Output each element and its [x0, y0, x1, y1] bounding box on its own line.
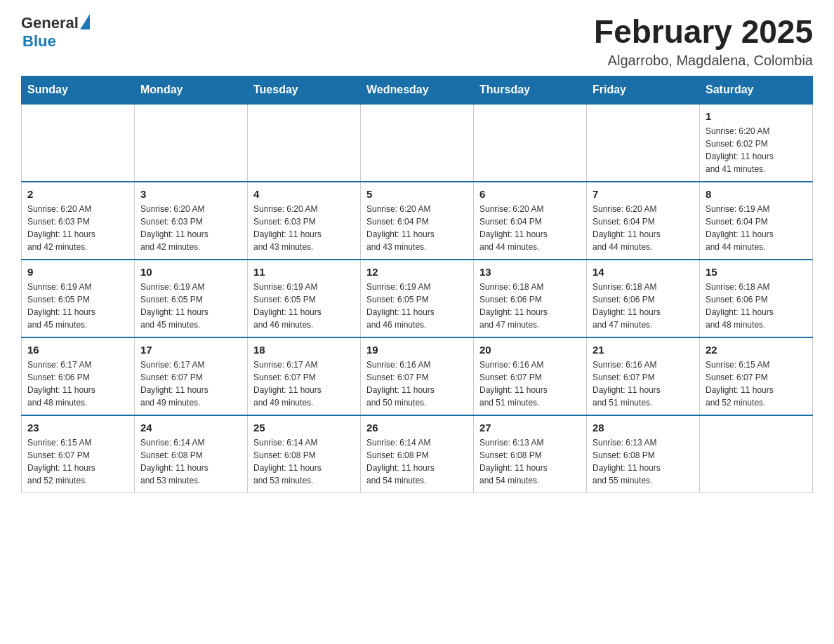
day-number: 13: [479, 266, 581, 278]
location-title: Algarrobo, Magdalena, Colombia: [594, 53, 813, 69]
table-row: 3Sunrise: 6:20 AM Sunset: 6:03 PM Daylig…: [135, 182, 248, 260]
month-title: February 2025: [594, 14, 813, 50]
table-row: 26Sunrise: 6:14 AM Sunset: 6:08 PM Dayli…: [361, 415, 474, 493]
day-info: Sunrise: 6:18 AM Sunset: 6:06 PM Dayligh…: [479, 281, 581, 331]
day-number: 11: [253, 266, 355, 278]
table-row: 2Sunrise: 6:20 AM Sunset: 6:03 PM Daylig…: [22, 182, 135, 260]
day-info: Sunrise: 6:14 AM Sunset: 6:08 PM Dayligh…: [140, 436, 241, 487]
table-row: 25Sunrise: 6:14 AM Sunset: 6:08 PM Dayli…: [248, 415, 361, 493]
table-row: [361, 104, 474, 182]
day-number: 15: [706, 266, 807, 278]
day-info: Sunrise: 6:20 AM Sunset: 6:03 PM Dayligh…: [27, 203, 128, 253]
day-info: Sunrise: 6:15 AM Sunset: 6:07 PM Dayligh…: [706, 358, 807, 409]
day-number: 16: [27, 344, 128, 356]
day-info: Sunrise: 6:19 AM Sunset: 6:05 PM Dayligh…: [253, 281, 355, 331]
week-row-1: 1Sunrise: 6:20 AM Sunset: 6:02 PM Daylig…: [22, 104, 813, 182]
day-info: Sunrise: 6:16 AM Sunset: 6:07 PM Dayligh…: [366, 358, 468, 409]
day-number: 4: [253, 188, 355, 200]
table-row: 18Sunrise: 6:17 AM Sunset: 6:07 PM Dayli…: [248, 337, 361, 415]
calendar-table: SundayMondayTuesdayWednesdayThursdayFrid…: [21, 76, 813, 493]
week-row-4: 16Sunrise: 6:17 AM Sunset: 6:06 PM Dayli…: [22, 337, 813, 415]
day-number: 19: [366, 344, 468, 356]
table-row: 10Sunrise: 6:19 AM Sunset: 6:05 PM Dayli…: [135, 260, 248, 337]
weekday-header-saturday: Saturday: [700, 76, 813, 104]
day-number: 5: [366, 188, 468, 200]
day-info: Sunrise: 6:20 AM Sunset: 6:03 PM Dayligh…: [253, 203, 355, 253]
day-number: 6: [479, 188, 581, 200]
day-number: 2: [27, 188, 128, 200]
table-row: 13Sunrise: 6:18 AM Sunset: 6:06 PM Dayli…: [474, 260, 587, 337]
logo: General Blue: [21, 14, 90, 51]
day-number: 8: [706, 188, 807, 200]
table-row: 9Sunrise: 6:19 AM Sunset: 6:05 PM Daylig…: [22, 260, 135, 337]
day-number: 23: [27, 422, 128, 434]
table-row: 23Sunrise: 6:15 AM Sunset: 6:07 PM Dayli…: [22, 415, 135, 493]
day-info: Sunrise: 6:13 AM Sunset: 6:08 PM Dayligh…: [593, 436, 694, 487]
day-number: 22: [706, 344, 807, 356]
day-info: Sunrise: 6:18 AM Sunset: 6:06 PM Dayligh…: [593, 281, 694, 331]
table-row: 16Sunrise: 6:17 AM Sunset: 6:06 PM Dayli…: [22, 337, 135, 415]
day-info: Sunrise: 6:17 AM Sunset: 6:07 PM Dayligh…: [140, 358, 241, 409]
day-info: Sunrise: 6:20 AM Sunset: 6:03 PM Dayligh…: [140, 203, 241, 253]
table-row: 17Sunrise: 6:17 AM Sunset: 6:07 PM Dayli…: [135, 337, 248, 415]
day-info: Sunrise: 6:13 AM Sunset: 6:08 PM Dayligh…: [479, 436, 581, 487]
table-row: 1Sunrise: 6:20 AM Sunset: 6:02 PM Daylig…: [700, 104, 813, 182]
day-number: 28: [593, 422, 694, 434]
day-info: Sunrise: 6:19 AM Sunset: 6:05 PM Dayligh…: [27, 281, 128, 331]
table-row: 14Sunrise: 6:18 AM Sunset: 6:06 PM Dayli…: [587, 260, 700, 337]
day-number: 26: [366, 422, 468, 434]
day-info: Sunrise: 6:20 AM Sunset: 6:04 PM Dayligh…: [593, 203, 694, 253]
day-info: Sunrise: 6:16 AM Sunset: 6:07 PM Dayligh…: [593, 358, 694, 409]
table-row: 24Sunrise: 6:14 AM Sunset: 6:08 PM Dayli…: [135, 415, 248, 493]
title-section: February 2025 Algarrobo, Magdalena, Colo…: [594, 14, 813, 69]
day-number: 25: [253, 422, 355, 434]
day-number: 7: [593, 188, 694, 200]
day-number: 18: [253, 344, 355, 356]
day-number: 17: [140, 344, 241, 356]
table-row: [22, 104, 135, 182]
table-row: 8Sunrise: 6:19 AM Sunset: 6:04 PM Daylig…: [700, 182, 813, 260]
day-info: Sunrise: 6:20 AM Sunset: 6:04 PM Dayligh…: [366, 203, 468, 253]
day-number: 1: [706, 110, 807, 122]
table-row: 22Sunrise: 6:15 AM Sunset: 6:07 PM Dayli…: [700, 337, 813, 415]
weekday-header-row: SundayMondayTuesdayWednesdayThursdayFrid…: [22, 76, 813, 104]
table-row: 4Sunrise: 6:20 AM Sunset: 6:03 PM Daylig…: [248, 182, 361, 260]
table-row: [474, 104, 587, 182]
day-number: 12: [366, 266, 468, 278]
logo-triangle-icon: [80, 14, 90, 29]
table-row: 6Sunrise: 6:20 AM Sunset: 6:04 PM Daylig…: [474, 182, 587, 260]
table-row: 12Sunrise: 6:19 AM Sunset: 6:05 PM Dayli…: [361, 260, 474, 337]
day-info: Sunrise: 6:14 AM Sunset: 6:08 PM Dayligh…: [253, 436, 355, 487]
day-info: Sunrise: 6:15 AM Sunset: 6:07 PM Dayligh…: [27, 436, 128, 487]
table-row: [700, 415, 813, 493]
day-info: Sunrise: 6:19 AM Sunset: 6:04 PM Dayligh…: [706, 203, 807, 253]
weekday-header-wednesday: Wednesday: [361, 76, 474, 104]
day-info: Sunrise: 6:17 AM Sunset: 6:07 PM Dayligh…: [253, 358, 355, 409]
day-info: Sunrise: 6:16 AM Sunset: 6:07 PM Dayligh…: [479, 358, 581, 409]
day-info: Sunrise: 6:19 AM Sunset: 6:05 PM Dayligh…: [140, 281, 241, 331]
weekday-header-thursday: Thursday: [474, 76, 587, 104]
table-row: 11Sunrise: 6:19 AM Sunset: 6:05 PM Dayli…: [248, 260, 361, 337]
table-row: 28Sunrise: 6:13 AM Sunset: 6:08 PM Dayli…: [587, 415, 700, 493]
day-number: 10: [140, 266, 241, 278]
day-number: 24: [140, 422, 241, 434]
table-row: 5Sunrise: 6:20 AM Sunset: 6:04 PM Daylig…: [361, 182, 474, 260]
day-number: 20: [479, 344, 581, 356]
day-number: 27: [479, 422, 581, 434]
logo-general-text: General: [21, 14, 79, 32]
table-row: [248, 104, 361, 182]
table-row: 27Sunrise: 6:13 AM Sunset: 6:08 PM Dayli…: [474, 415, 587, 493]
weekday-header-friday: Friday: [587, 76, 700, 104]
table-row: 15Sunrise: 6:18 AM Sunset: 6:06 PM Dayli…: [700, 260, 813, 337]
day-number: 3: [140, 188, 241, 200]
weekday-header-monday: Monday: [135, 76, 248, 104]
day-info: Sunrise: 6:20 AM Sunset: 6:02 PM Dayligh…: [706, 125, 807, 175]
day-number: 14: [593, 266, 694, 278]
day-info: Sunrise: 6:18 AM Sunset: 6:06 PM Dayligh…: [706, 281, 807, 331]
day-number: 9: [27, 266, 128, 278]
week-row-2: 2Sunrise: 6:20 AM Sunset: 6:03 PM Daylig…: [22, 182, 813, 260]
day-info: Sunrise: 6:17 AM Sunset: 6:06 PM Dayligh…: [27, 358, 128, 409]
table-row: 7Sunrise: 6:20 AM Sunset: 6:04 PM Daylig…: [587, 182, 700, 260]
day-info: Sunrise: 6:14 AM Sunset: 6:08 PM Dayligh…: [366, 436, 468, 487]
week-row-3: 9Sunrise: 6:19 AM Sunset: 6:05 PM Daylig…: [22, 260, 813, 337]
